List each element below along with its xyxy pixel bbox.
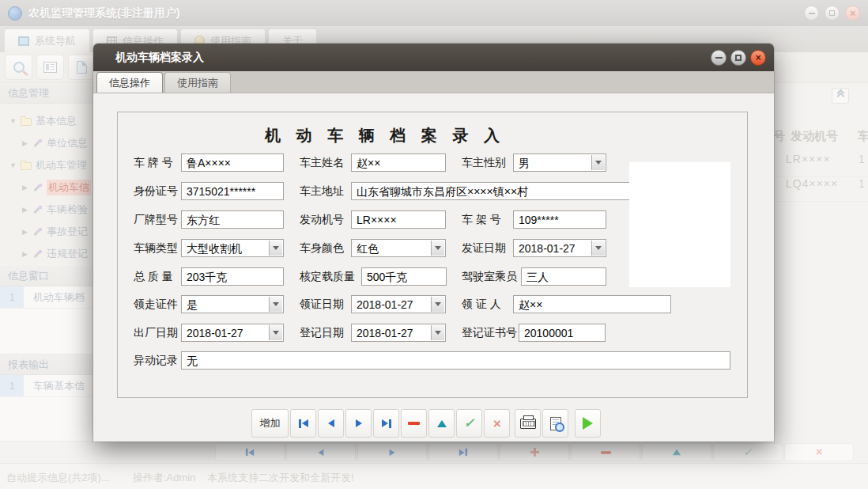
tool-icon [33, 138, 43, 148]
folder-icon [21, 162, 32, 170]
body_color-dropdown[interactable]: 红色 [351, 239, 446, 257]
edit-record-button[interactable] [642, 443, 711, 461]
change_record-field[interactable]: 无 [181, 351, 730, 370]
issue_date-dropdown[interactable]: 2018-01-27 [513, 239, 606, 257]
next-record-button[interactable] [357, 443, 427, 461]
cab_crew-field[interactable]: 三人 [521, 267, 606, 286]
dropdown-button[interactable] [269, 241, 282, 256]
tool-icon [33, 249, 43, 259]
report-item-row[interactable]: 1车辆基本信 [0, 375, 92, 397]
vehicle-photo-placeholder [629, 162, 730, 287]
info-window-item-row[interactable]: 1机动车辆档 [0, 286, 92, 309]
tree-item-0[interactable]: ▼基本信息 [0, 110, 92, 132]
add-record-button[interactable] [500, 443, 569, 461]
table-row[interactable]: LR××××1 [757, 153, 868, 177]
tree-item-label: 机动车管理 [36, 158, 87, 172]
preview-button[interactable] [542, 409, 568, 438]
dropdown-button[interactable] [431, 325, 444, 340]
owner_name-field[interactable]: 赵×× [351, 154, 446, 172]
chevron-right-icon: ▶ [22, 250, 29, 258]
cert_person-field[interactable]: 赵×× [513, 295, 671, 313]
brand_model-field[interactable]: 东方红 [181, 210, 284, 229]
delete-record-button[interactable] [571, 443, 640, 461]
cancel-icon: × [493, 417, 501, 430]
prev-record-button[interactable] [286, 443, 356, 461]
dialog-maximize-button[interactable] [730, 50, 746, 66]
dropdown-button[interactable] [591, 155, 605, 170]
panel-header-info-manage: 信息管理 [0, 83, 92, 104]
print-icon [520, 419, 536, 429]
close-button[interactable]: × [845, 6, 860, 21]
edit-icon [673, 449, 681, 456]
factory_date-dropdown[interactable]: 2018-01-27 [181, 324, 284, 342]
first-record-button[interactable] [215, 443, 285, 461]
screen: 农机监理管理系统(非注册用户) × 系统导航信息操作使用指南关于 信息管理 ▼基… [0, 0, 868, 489]
dropdown-button[interactable] [431, 241, 444, 256]
tree-item-1[interactable]: ▶单位信息 [0, 132, 92, 154]
table-header-partial: 号 [773, 129, 785, 144]
add-button[interactable]: 增加 [251, 409, 289, 438]
nav-tree: ▼基本信息▶单位信息▼机动车管理▶机动车信▶车辆检验▶事故登记▶违规登记 [0, 104, 92, 266]
app-title: 农机监理管理系统(非注册用户) [28, 6, 179, 21]
chevron-down-icon: ▼ [9, 117, 17, 125]
confirm-record-button[interactable]: ✓ [713, 443, 783, 461]
prev-button[interactable] [318, 409, 344, 438]
engine_no-value: LR×××× [357, 214, 397, 226]
first-button[interactable] [290, 409, 316, 438]
run-button[interactable] [575, 409, 601, 438]
collapse-panel-button[interactable] [832, 88, 849, 104]
search-tool-button[interactable] [5, 55, 32, 80]
chevron-down-icon [273, 302, 279, 306]
plate-field[interactable]: 鲁A×××× [181, 154, 284, 172]
maximize-button[interactable] [825, 6, 840, 21]
delete-button[interactable] [401, 409, 427, 438]
chevron-down-icon [435, 246, 441, 250]
cell-engine-no: LQ4×××× [786, 177, 838, 190]
confirm-button[interactable]: ✓ [456, 409, 482, 438]
report-tool-button[interactable] [36, 55, 64, 80]
total_mass-field[interactable]: 203千克 [181, 267, 284, 286]
dropdown-button[interactable] [591, 241, 605, 256]
dropdown-button[interactable] [431, 297, 444, 312]
status-message: 本系统支持二次开发和全新开发! [207, 471, 354, 485]
docs_taken-dropdown[interactable]: 是 [181, 295, 284, 313]
dialog-minimize-button[interactable] [711, 50, 726, 66]
vehicle_type-dropdown[interactable]: 大型收割机 [181, 239, 284, 257]
table-row[interactable]: LQ4××××1 [757, 177, 868, 202]
dropdown-button[interactable] [269, 325, 282, 340]
dropdown-button[interactable] [269, 297, 282, 312]
tree-item-2[interactable]: ▼机动车管理 [0, 154, 92, 176]
tree-item-3[interactable]: ▶机动车信 [0, 176, 92, 199]
tree-item-6[interactable]: ▶违规登记 [0, 243, 92, 265]
gender-dropdown[interactable]: 男 [513, 154, 606, 172]
reg_date-dropdown[interactable]: 2018-01-27 [351, 324, 446, 342]
reg_cert_no-field[interactable]: 20100001 [519, 324, 606, 342]
edit-icon [437, 420, 447, 427]
dialog-tab-user-guide[interactable]: 使用指南 [164, 72, 231, 93]
table-header-partial-right: 车 [858, 129, 868, 144]
tab-system-navigation[interactable]: 系统导航 [4, 28, 90, 52]
document-tool-button[interactable] [68, 55, 96, 80]
next-button[interactable] [345, 409, 372, 438]
owner_name-value: 赵×× [357, 157, 380, 171]
edit-button[interactable] [428, 409, 455, 438]
id_number-field[interactable]: 3715021****** [181, 182, 284, 200]
dialog-close-button[interactable]: × [750, 50, 766, 66]
reg_date-label: 登记日期 [300, 326, 344, 340]
tree-item-4[interactable]: ▶车辆检验 [0, 199, 92, 221]
load_mass-field[interactable]: 500千克 [361, 267, 447, 286]
gender-value: 男 [519, 157, 530, 171]
engine_no-field[interactable]: LR×××× [351, 210, 446, 229]
cancel-record-button[interactable]: × [784, 443, 854, 461]
frame_no-field[interactable]: 109***** [513, 210, 606, 229]
confirm-icon: ✓ [464, 417, 474, 430]
dialog-tab-info-operation[interactable]: 信息操作 [96, 72, 163, 93]
print-button[interactable] [515, 409, 541, 438]
cert_date-dropdown[interactable]: 2018-01-27 [351, 295, 446, 313]
cancel-button[interactable]: × [484, 409, 510, 438]
tree-item-5[interactable]: ▶事故登记 [0, 221, 92, 243]
cert_person-value: 赵×× [519, 298, 542, 313]
last-button[interactable] [373, 409, 399, 438]
last-record-button[interactable] [428, 443, 498, 461]
minimize-button[interactable] [804, 6, 819, 21]
